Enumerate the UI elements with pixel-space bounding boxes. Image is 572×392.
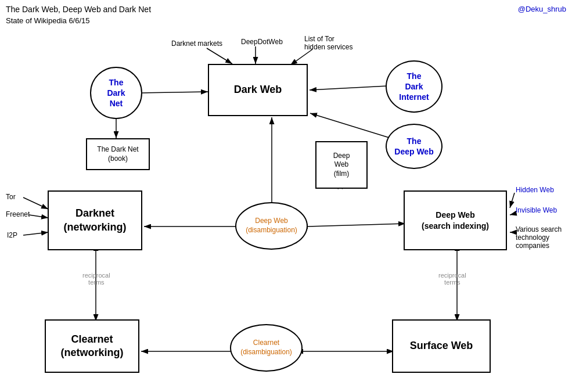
darknet-markets-label: Darknet markets [171, 39, 222, 48]
svg-line-3 [142, 92, 208, 93]
the-deep-web-circle-label: TheDeep Web [394, 136, 433, 157]
the-dark-net-book-box: The Dark Net(book) [86, 138, 150, 170]
reciprocal-terms-right: reciprocalterms [438, 272, 466, 286]
deep-web-film-box: DeepWeb(film) [315, 141, 368, 189]
svg-line-18 [510, 193, 515, 208]
twitter-handle: @Deku_shrub [518, 5, 566, 13]
the-deep-web-circle: TheDeep Web [386, 124, 443, 169]
list-tor-label: List of Torhidden services [304, 35, 352, 51]
title-sub: State of Wikipedia 6/6/15 [6, 16, 90, 25]
i2p-label: I2P [7, 231, 17, 239]
the-dark-net-circle-label: TheDarkNet [107, 77, 125, 109]
diagram-container: The Dark Web, Deep Web and Dark Net Stat… [0, 0, 572, 392]
svg-line-5 [310, 113, 389, 138]
reciprocal-terms-left: reciprocalterms [82, 272, 110, 286]
the-dark-net-circle: TheDarkNet [90, 67, 142, 119]
title-main: The Dark Web, Deep Web and Dark Net [6, 5, 151, 14]
dark-web-label: Dark Web [234, 83, 282, 96]
clearnet-networking-label: Clearnet(networking) [61, 333, 124, 360]
svg-line-14 [308, 224, 405, 226]
tor-label: Tor [6, 193, 16, 201]
surface-web-box: Surface Web [392, 319, 491, 373]
the-dark-net-book-label: The Dark Net(book) [97, 145, 138, 163]
deep-web-disambiguation-circle: Deep Web(disambiguation) [235, 202, 308, 250]
freenet-label: Freenet [6, 210, 30, 218]
svg-line-19 [510, 214, 515, 215]
invisible-web-label: Invisible Web [516, 206, 557, 214]
clearnet-disambiguation-circle: Clearnet(disambiguation) [230, 324, 303, 372]
dark-web-box: Dark Web [208, 64, 308, 116]
the-dark-internet-circle: TheDarkInternet [386, 60, 443, 113]
deep-web-film-label: DeepWeb(film) [333, 152, 350, 179]
darknet-networking-box: Darknet(networking) [48, 190, 142, 250]
svg-line-15 [23, 197, 48, 209]
clearnet-disambiguation-label: Clearnet(disambiguation) [240, 339, 292, 357]
svg-line-17 [23, 232, 48, 235]
the-dark-internet-label: TheDarkInternet [399, 71, 429, 103]
svg-line-9 [290, 49, 312, 65]
deepdotweb-label: DeepDotWeb [241, 38, 283, 46]
hidden-web-label: Hidden Web [516, 186, 554, 194]
deep-web-disambiguation-label: Deep Web(disambiguation) [246, 217, 297, 235]
svg-line-4 [310, 86, 387, 90]
svg-line-16 [29, 215, 48, 218]
surface-web-label: Surface Web [410, 339, 473, 353]
clearnet-networking-box: Clearnet(networking) [45, 319, 139, 373]
deep-web-indexing-box: Deep Web(search indexing) [404, 190, 507, 250]
darknet-networking-label: Darknet(networking) [64, 207, 127, 234]
svg-line-7 [207, 48, 232, 64]
search-tech-label: Various searchtechnologycompanies [516, 225, 562, 250]
deep-web-indexing-label: Deep Web(search indexing) [422, 210, 489, 231]
